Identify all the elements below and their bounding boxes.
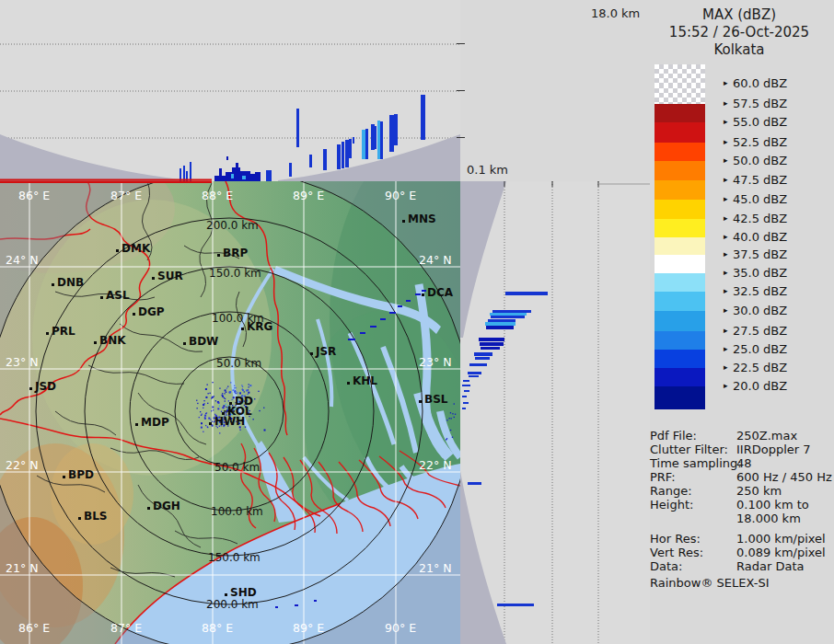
- height-axis-max-label: 18.0 km: [591, 6, 640, 20]
- legend-band: [654, 64, 705, 84]
- legend-tick-arrow-icon: ▸: [724, 98, 728, 108]
- echo-speck: [222, 407, 224, 408]
- legend-label: 20.0 dBZ: [733, 379, 787, 393]
- echo-bar: [183, 166, 185, 181]
- range-ring-label: 150.0 km: [209, 267, 261, 280]
- city-label: MNS: [408, 213, 436, 225]
- legend-label: 40.0 dBZ: [733, 230, 787, 244]
- info-value: 18.000 km: [736, 512, 801, 525]
- city-dot: [29, 387, 32, 390]
- echo-speck: [200, 411, 201, 412]
- city-dot: [225, 593, 227, 596]
- echo-speck: [201, 422, 203, 424]
- top-axis-tick: [457, 90, 465, 91]
- echo-speck: [207, 385, 208, 385]
- city-dot: [310, 352, 313, 355]
- echo-speck: [450, 412, 451, 413]
- city-label: HWH: [214, 415, 245, 428]
- echo-bar: [469, 375, 479, 377]
- echo-speck: [239, 392, 240, 393]
- echo-speck: [217, 408, 219, 409]
- echo-dash: [348, 339, 355, 340]
- lon-label: 86° E: [18, 621, 50, 635]
- echo-bar: [365, 129, 368, 159]
- legend-tick-arrow-icon: ▸: [724, 78, 728, 87]
- lon-label: 88° E: [202, 621, 233, 635]
- legend-tick-arrow-icon: ▸: [724, 268, 728, 277]
- city-dot: [63, 476, 65, 478]
- echo-speck: [205, 397, 207, 398]
- city-dot: [402, 220, 405, 223]
- echo-speck: [248, 392, 249, 394]
- echo-bar: [479, 338, 504, 341]
- echo-bar: [380, 121, 383, 159]
- city-label: SHD: [230, 586, 257, 599]
- echo-speck: [212, 407, 214, 408]
- info-value: 0.089 km/pixel: [736, 546, 826, 559]
- echo-speck: [203, 400, 204, 401]
- echo-bar: [389, 115, 394, 152]
- echo-bar: [462, 385, 470, 386]
- height-axis-min-label: 0.1 km: [467, 163, 508, 177]
- echo-speck: [454, 403, 455, 404]
- city-dot: [78, 517, 81, 520]
- city-dot: [133, 313, 135, 316]
- echo-speck: [455, 414, 456, 415]
- legend-tick-arrow-icon: ▸: [724, 213, 728, 223]
- echo-bar: [480, 342, 504, 346]
- echo-speck: [232, 399, 233, 400]
- echo-speck: [450, 430, 451, 431]
- info-label: PRF:: [650, 470, 676, 484]
- echo-speck: [201, 415, 202, 416]
- echo-speck: [258, 391, 259, 392]
- echo-speck: [211, 397, 212, 398]
- echo-speck: [249, 386, 249, 387]
- city-label: BRP: [223, 247, 248, 259]
- legend-label: 25.0 dBZ: [733, 342, 787, 356]
- city-label: BLS: [84, 510, 107, 523]
- lon-label: 89° E: [293, 189, 324, 202]
- info-value: 600 Hz / 450 Hz: [736, 470, 832, 484]
- echo-speck: [219, 406, 220, 407]
- echo-bar: [323, 149, 327, 170]
- city-label: JSD: [35, 380, 56, 393]
- legend-band: [654, 84, 705, 104]
- legend-band: [654, 368, 705, 386]
- legend-label: 42.5 dBZ: [733, 212, 787, 225]
- city-dot: [347, 382, 350, 385]
- city-label: DNB: [57, 276, 84, 289]
- echo-dash: [370, 326, 376, 328]
- echo-speck: [218, 402, 220, 404]
- echo-dash: [389, 312, 396, 314]
- echo-speck: [219, 432, 220, 433]
- echo-speck: [227, 386, 228, 387]
- echo-bar: [469, 363, 487, 366]
- echo-bar: [296, 109, 299, 147]
- info-label: Hor Res:: [650, 532, 701, 546]
- echo-bar: [505, 292, 548, 295]
- echo-bar: [242, 176, 246, 179]
- echo-speck: [203, 431, 203, 432]
- city-dot: [209, 422, 212, 425]
- echo-bar: [481, 347, 500, 350]
- echo-speck: [226, 404, 226, 405]
- info-value: 48: [736, 456, 752, 470]
- lat-label: 23° N: [419, 355, 451, 369]
- city-dot: [241, 328, 244, 330]
- echo-speck: [207, 403, 208, 404]
- echo-bar: [309, 155, 312, 167]
- info-value: IIRDoppler 7: [736, 443, 811, 456]
- echo-speck: [446, 420, 447, 420]
- echo-bar: [468, 372, 481, 374]
- legend-band: [654, 292, 705, 311]
- echo-speck: [235, 392, 236, 393]
- echo-bar: [421, 95, 425, 140]
- product-datetime: 15:52 / 26-Oct-2025: [644, 24, 834, 40]
- legend-label: 27.5 dBZ: [733, 324, 787, 338]
- echo-speck: [229, 391, 231, 393]
- echo-speck: [203, 403, 204, 404]
- echo-speck: [235, 387, 236, 388]
- echo-speck: [202, 414, 203, 415]
- city-label: DGP: [138, 305, 165, 318]
- echo-bar: [190, 162, 191, 181]
